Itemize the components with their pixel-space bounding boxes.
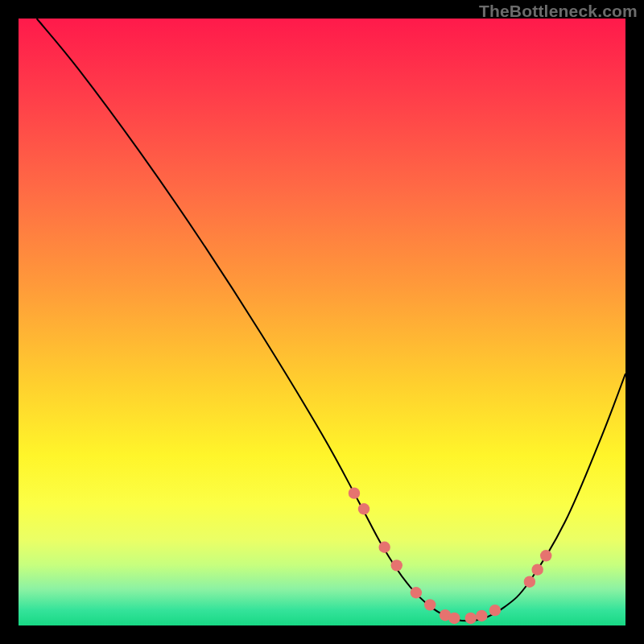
highlight-dot bbox=[465, 613, 477, 624]
watermark-text: TheBottleneck.com bbox=[479, 2, 638, 21]
highlight-dot bbox=[540, 550, 551, 561]
highlight-dot bbox=[391, 559, 402, 571]
bottleneck-curve bbox=[19, 19, 625, 625]
chart-frame bbox=[19, 19, 625, 625]
highlight-dot bbox=[476, 610, 487, 621]
highlight-dot bbox=[358, 503, 369, 514]
highlight-dot bbox=[524, 576, 535, 588]
highlight-dot bbox=[489, 605, 501, 616]
highlight-dot bbox=[531, 564, 543, 575]
highlight-dot bbox=[411, 587, 422, 598]
highlight-dot bbox=[424, 599, 436, 610]
highlight-dot bbox=[349, 487, 360, 498]
highlight-dot bbox=[448, 613, 460, 624]
highlight-dot bbox=[378, 542, 390, 553]
